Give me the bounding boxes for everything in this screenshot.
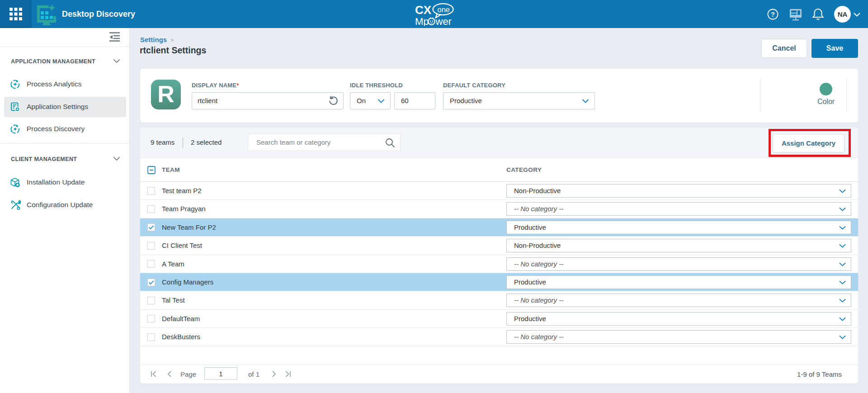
svg-text:one: one (438, 5, 450, 14)
svg-text:?: ? (771, 11, 775, 18)
svg-text:wer: wer (435, 16, 452, 26)
svg-text:CX: CX (415, 3, 432, 17)
svg-text:Mp: Mp (415, 16, 429, 26)
